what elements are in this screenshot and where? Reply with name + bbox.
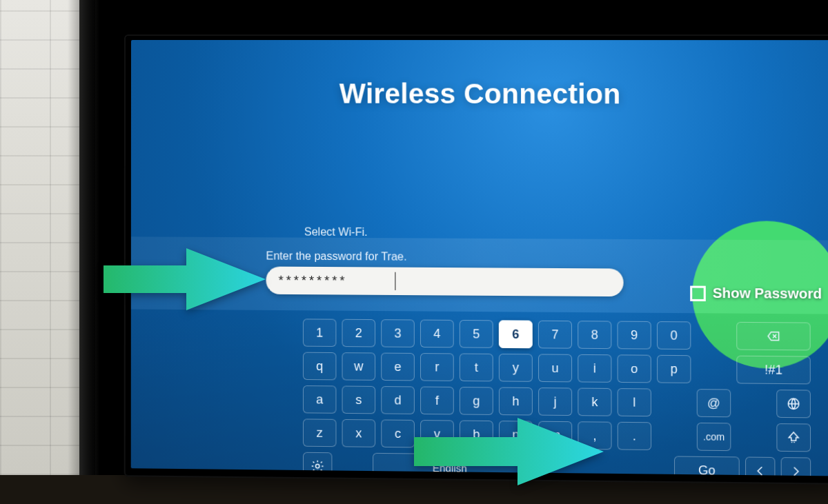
keyboard-row-3: a s d f g h j k l @ bbox=[303, 385, 811, 418]
chevron-left-icon bbox=[753, 464, 767, 476]
key-g[interactable]: g bbox=[460, 387, 493, 415]
key-5[interactable]: 5 bbox=[460, 320, 493, 348]
key-k[interactable]: k bbox=[578, 388, 611, 416]
scene-root: Wireless Connection Select Wi-Fi. Enter … bbox=[0, 0, 828, 504]
key-4[interactable]: 4 bbox=[420, 320, 454, 348]
key-p[interactable]: p bbox=[657, 355, 691, 383]
backspace-icon bbox=[767, 329, 781, 343]
select-wifi-label: Select Wi-Fi. bbox=[304, 225, 368, 239]
key-o[interactable]: o bbox=[618, 354, 651, 383]
key-1[interactable]: 1 bbox=[303, 319, 336, 347]
key-8[interactable]: 8 bbox=[578, 321, 611, 349]
text-cursor bbox=[395, 272, 395, 290]
key-backspace[interactable] bbox=[736, 322, 811, 351]
wall-shadow bbox=[68, 0, 95, 504]
key-q[interactable]: q bbox=[303, 352, 336, 381]
globe-icon bbox=[787, 396, 801, 411]
tv-frame: Wireless Connection Select Wi-Fi. Enter … bbox=[124, 34, 828, 485]
key-globe[interactable] bbox=[776, 390, 811, 418]
key-s[interactable]: s bbox=[342, 386, 376, 414]
svg-point-1 bbox=[316, 464, 319, 467]
key-3[interactable]: 3 bbox=[381, 319, 415, 347]
key-b[interactable]: b bbox=[460, 421, 493, 449]
key-r[interactable]: r bbox=[420, 353, 454, 381]
key-2[interactable]: 2 bbox=[342, 319, 375, 347]
key-right[interactable] bbox=[781, 457, 811, 476]
key-left[interactable] bbox=[745, 457, 775, 476]
show-password-toggle[interactable]: Show Password bbox=[690, 285, 822, 302]
key-dotcom[interactable]: .com bbox=[697, 423, 731, 451]
key-t[interactable]: t bbox=[460, 353, 493, 381]
key-shift[interactable] bbox=[776, 423, 811, 452]
show-password-label: Show Password bbox=[713, 285, 822, 302]
keyboard-row-1: 1 2 3 4 5 6 7 8 9 0 bbox=[303, 319, 811, 350]
key-h[interactable]: h bbox=[499, 387, 533, 416]
key-x[interactable]: x bbox=[342, 419, 376, 447]
key-y[interactable]: y bbox=[499, 354, 533, 382]
key-f[interactable]: f bbox=[420, 387, 454, 415]
page-title: Wireless Connection bbox=[131, 78, 828, 110]
key-c[interactable]: c bbox=[381, 419, 415, 447]
shift-icon bbox=[787, 430, 801, 445]
key-at[interactable]: @ bbox=[697, 389, 731, 417]
password-prompt: Enter the password for Trae. bbox=[266, 250, 406, 263]
show-password-checkbox[interactable] bbox=[690, 285, 706, 301]
key-m[interactable]: m bbox=[538, 421, 572, 450]
key-0[interactable]: 0 bbox=[657, 321, 691, 350]
key-v[interactable]: v bbox=[420, 420, 454, 448]
key-z[interactable]: z bbox=[303, 419, 337, 447]
password-input[interactable] bbox=[266, 267, 624, 297]
key-9[interactable]: 9 bbox=[617, 321, 651, 350]
key-l[interactable]: l bbox=[618, 388, 651, 416]
key-go[interactable]: Go bbox=[674, 456, 740, 476]
key-7[interactable]: 7 bbox=[538, 321, 572, 349]
chevron-right-icon bbox=[789, 464, 803, 476]
key-u[interactable]: u bbox=[538, 354, 572, 382]
key-n[interactable]: n bbox=[499, 421, 533, 449]
key-comma[interactable]: , bbox=[578, 421, 611, 450]
keyboard-row-2: q w e r t y u i o p !#1 bbox=[303, 352, 811, 385]
key-symbols[interactable]: !#1 bbox=[736, 356, 811, 385]
onscreen-keyboard: 1 2 3 4 5 6 7 8 9 0 bbox=[131, 310, 828, 476]
key-period[interactable]: . bbox=[618, 422, 651, 450]
key-i[interactable]: i bbox=[578, 354, 611, 383]
key-a[interactable]: a bbox=[303, 385, 336, 414]
keyboard-row-4: z x c v b n m , . .com bbox=[303, 419, 811, 452]
tv-screen: Wireless Connection Select Wi-Fi. Enter … bbox=[131, 40, 828, 476]
key-d[interactable]: d bbox=[381, 386, 415, 414]
key-e[interactable]: e bbox=[381, 353, 415, 381]
key-w[interactable]: w bbox=[342, 352, 376, 381]
key-6[interactable]: 6 bbox=[499, 320, 533, 348]
key-j[interactable]: j bbox=[538, 387, 572, 416]
